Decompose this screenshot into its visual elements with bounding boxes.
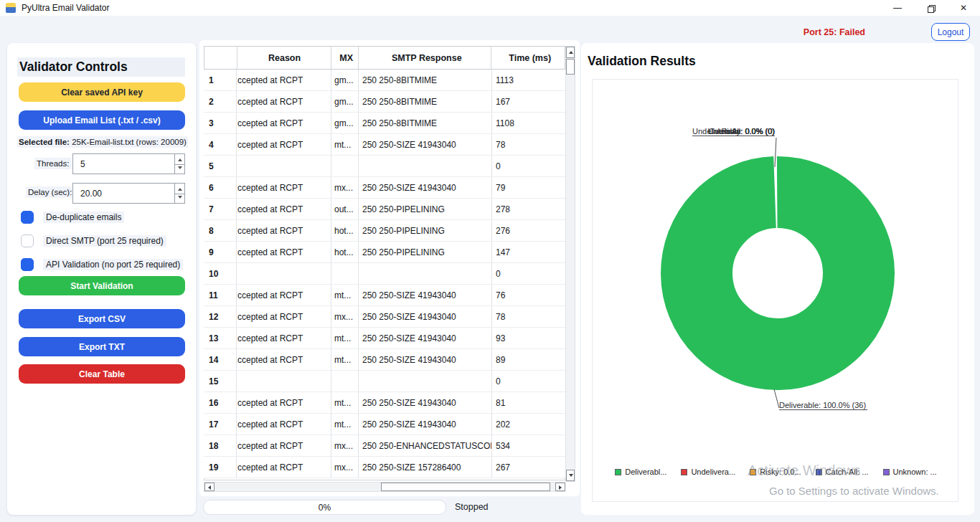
- table-cell: 79: [492, 177, 565, 198]
- table-row[interactable]: 18ccepted at RCPTmx...250 250-ENHANCEDST…: [204, 435, 565, 457]
- table-cell: 250 250-SIZE 41943040: [359, 349, 492, 370]
- checkbox-row-api-validation[interactable]: API Validation (no port 25 required): [19, 257, 188, 273]
- table-cell: hot...: [331, 220, 359, 241]
- table-cell: 7: [204, 199, 237, 219]
- vertical-scroll-thumb[interactable]: [566, 59, 575, 75]
- table-cell: 250 250-PIPELINING: [359, 242, 492, 262]
- column-header-index[interactable]: [204, 47, 237, 69]
- stepper-arrows-icon[interactable]: [174, 184, 184, 203]
- table-cell: 18: [204, 435, 237, 456]
- table-row[interactable]: 12ccepted at RCPTmx...250 250-SIZE 41943…: [204, 306, 565, 328]
- table-row[interactable]: 3ccepted at RCPTgm...250 250-8BITMIME110…: [204, 113, 565, 134]
- window-title: PyUltra Email Validator: [22, 3, 109, 13]
- vertical-scrollbar[interactable]: [565, 46, 575, 482]
- table-row[interactable]: 2ccepted at RCPTgm...250 250-8BITMIME167: [204, 91, 565, 113]
- table-cell: 250 250-SIZE 41943040: [359, 392, 492, 413]
- delay-value: 20.00: [80, 189, 102, 199]
- table-row[interactable]: 100: [204, 263, 565, 285]
- table-cell: 250 250-SIZE 41943040: [359, 177, 492, 198]
- checkbox-label: API Validation (no port 25 required): [43, 259, 183, 270]
- table-cell: ccepted at RCPT: [237, 392, 331, 413]
- table-cell: mt...: [331, 285, 359, 305]
- table-cell: mx...: [331, 177, 359, 198]
- table-row[interactable]: 7ccepted at RCPTout...250 250-PIPELINING…: [204, 199, 565, 220]
- table-row[interactable]: 11ccepted at RCPTmt...250 250-SIZE 41943…: [204, 285, 565, 306]
- table-header: Reason MX SMTP Response Time (ms): [204, 46, 565, 70]
- panel-title: Validator Controls: [17, 57, 185, 77]
- table-cell: 4: [204, 134, 237, 155]
- table-row[interactable]: 16ccepted at RCPTmt...250 250-SIZE 41943…: [204, 392, 565, 414]
- table-row[interactable]: 6ccepted at RCPTmx...250 250-SIZE 419430…: [204, 177, 565, 199]
- table-cell: 81: [492, 392, 565, 413]
- table-cell: 278: [492, 199, 565, 219]
- selected-file-row: Selected file: 25K-Email-list.txt (rows:…: [17, 136, 188, 148]
- delay-stepper[interactable]: 20.00: [72, 183, 185, 204]
- upload-email-list-button[interactable]: Upload Email List (.txt / .csv): [19, 110, 185, 130]
- table-cell: ccepted at RCPT: [237, 306, 331, 327]
- export-csv-button[interactable]: Export CSV: [19, 309, 185, 328]
- table-row[interactable]: 13ccepted at RCPTmt...250 250-SIZE 41943…: [204, 328, 565, 349]
- table-row[interactable]: 14ccepted at RCPTmt...250 250-SIZE 41943…: [204, 349, 565, 371]
- deliverable-annotation: Deliverable: 100.0% (36): [779, 401, 867, 410]
- table-cell: ccepted at RCPT: [237, 435, 331, 456]
- table-row[interactable]: 4ccepted at RCPTmt...250 250-SIZE 419430…: [204, 134, 565, 156]
- table-cell: 250 250-SIZE 41943040: [359, 285, 492, 305]
- scroll-up-icon[interactable]: [566, 47, 575, 58]
- app-icon: [6, 3, 16, 13]
- table-row[interactable]: 1ccepted at RCPTgm...250 250-8BITMIME111…: [204, 70, 565, 91]
- scroll-left-icon[interactable]: [204, 483, 215, 491]
- donut-chart-svg: [593, 80, 959, 503]
- column-header-reason[interactable]: Reason: [237, 47, 331, 69]
- table-cell: ccepted at RCPT: [237, 113, 331, 133]
- stepper-arrows-icon[interactable]: [174, 154, 184, 174]
- horizontal-scroll-thumb[interactable]: [381, 483, 550, 491]
- table-cell: ccepted at RCPT: [237, 199, 331, 219]
- table-row[interactable]: 9ccepted at RCPThot...250 250-PIPELINING…: [204, 242, 565, 263]
- checkbox-box-api-validation[interactable]: [21, 258, 34, 271]
- horizontal-scrollbar[interactable]: [204, 482, 565, 492]
- column-header-mx[interactable]: MX: [331, 47, 359, 69]
- clear-api-key-button[interactable]: Clear saved API key: [19, 82, 185, 102]
- table-cell: 76: [492, 285, 565, 305]
- table-cell: 9: [204, 242, 237, 262]
- restore-icon[interactable]: [914, 0, 947, 16]
- table-cell: 0: [492, 156, 565, 176]
- table-cell: 13: [204, 328, 237, 348]
- threads-stepper[interactable]: 5: [72, 153, 185, 174]
- legend-item: Deliverabl...: [615, 468, 666, 476]
- column-header-time[interactable]: Time (ms): [491, 47, 565, 69]
- table-row[interactable]: 8ccepted at RCPThot...250 250-PIPELINING…: [204, 220, 565, 242]
- scroll-down-icon[interactable]: [566, 470, 575, 481]
- table-cell: 250 250-SIZE 41943040: [359, 134, 492, 155]
- start-validation-button[interactable]: Start Validation: [19, 276, 185, 295]
- table-cell: gm...: [331, 91, 359, 112]
- legend-swatch-icon: [681, 469, 687, 475]
- logout-button[interactable]: Logout: [931, 23, 970, 41]
- table-cell: ccepted at RCPT: [237, 70, 331, 90]
- status-label: Stopped: [455, 502, 489, 512]
- clear-table-button[interactable]: Clear Table: [19, 364, 185, 384]
- validator-controls-panel: Validator Controls Clear saved API key U…: [7, 43, 196, 515]
- checkbox-row-dedupe[interactable]: De-duplicate emails: [19, 210, 188, 226]
- checkbox-box-direct-smtp[interactable]: [21, 234, 34, 247]
- column-header-smtp-response[interactable]: SMTP Response: [359, 47, 491, 69]
- table-row[interactable]: 50: [204, 156, 565, 177]
- checkbox-box-dedupe[interactable]: [21, 211, 34, 224]
- progress-value: 0%: [319, 503, 331, 513]
- minimize-icon[interactable]: —: [881, 0, 914, 16]
- table-cell: ccepted at RCPT: [237, 91, 331, 112]
- table-cell: ccepted at RCPT: [237, 457, 331, 478]
- checkbox-row-direct-smtp[interactable]: Direct SMTP (port 25 required): [19, 234, 188, 250]
- table-cell: 250 250-PIPELINING: [359, 199, 492, 219]
- legend-item: Unknown: ...: [883, 468, 937, 476]
- close-icon[interactable]: ✕: [947, 0, 980, 16]
- checkbox-label: Direct SMTP (port 25 required): [43, 235, 166, 247]
- export-txt-button[interactable]: Export TXT: [19, 337, 185, 356]
- legend-label: Unknown: ...: [893, 468, 937, 476]
- table-cell: 250 250-SIZE 41943040: [359, 306, 492, 327]
- table-row[interactable]: 17ccepted at RCPTmt...250 250-SIZE 41943…: [204, 414, 565, 435]
- threads-value: 5: [80, 159, 85, 169]
- table-row[interactable]: 150: [204, 371, 565, 392]
- scroll-right-icon[interactable]: [555, 483, 565, 491]
- table-row[interactable]: 19ccepted at RCPTmx...250 250-SIZE 15728…: [204, 457, 565, 478]
